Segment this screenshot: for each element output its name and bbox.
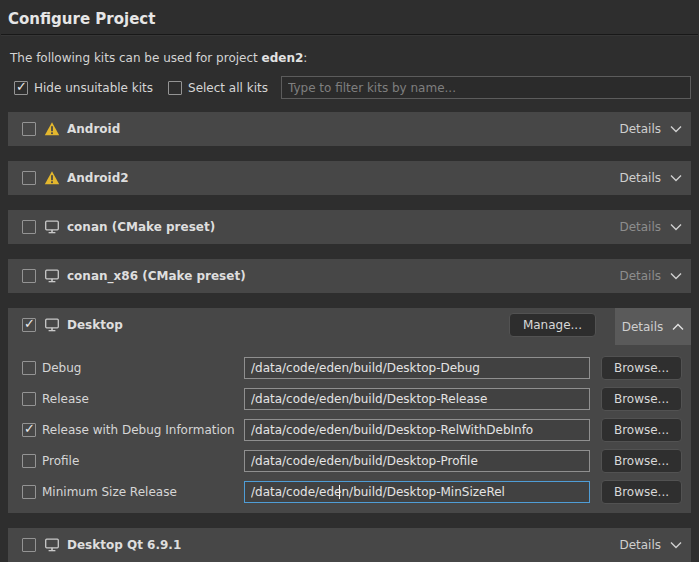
build-config-row-debug: Debug Browse...: [22, 357, 682, 379]
browse-button[interactable]: Browse...: [601, 356, 682, 380]
filter-bar: Hide unsuitable kits Select all kits: [0, 65, 699, 99]
intro-suffix: :: [303, 51, 307, 65]
details-button[interactable]: Details: [619, 269, 682, 283]
build-config-checkbox[interactable]: [22, 392, 36, 406]
build-config-label[interactable]: Minimum Size Release: [42, 485, 230, 499]
build-config-label[interactable]: Profile: [42, 454, 230, 468]
kit-name: Android2: [67, 171, 619, 185]
chevron-down-icon: [670, 174, 682, 182]
chevron-down-icon: [670, 272, 682, 280]
kit-row-desktop-qt-691: Desktop Qt 6.9.1 Details: [8, 528, 691, 562]
details-label: Details: [619, 122, 661, 136]
kit-header: Android Details: [8, 112, 691, 146]
warning-icon: [44, 170, 60, 186]
desktop-icon: [44, 537, 60, 553]
build-config-row-release: Release Browse...: [22, 388, 682, 410]
build-path-wrap: [244, 481, 590, 503]
details-label: Details: [619, 538, 661, 552]
details-button[interactable]: Details: [619, 538, 682, 552]
warning-icon: [44, 121, 60, 137]
browse-button[interactable]: Browse...: [601, 449, 682, 473]
build-path-input-focused[interactable]: [244, 481, 590, 503]
manage-button[interactable]: Manage...: [509, 313, 596, 337]
hide-unsuitable-kits-group[interactable]: Hide unsuitable kits: [14, 81, 153, 95]
build-path-wrap: [244, 450, 590, 472]
kit-row-android: Android Details: [8, 112, 691, 146]
chevron-up-icon: [672, 323, 684, 331]
browse-button[interactable]: Browse...: [601, 387, 682, 411]
build-config-checkbox[interactable]: [22, 423, 36, 437]
build-config-row-minsizerel: Minimum Size Release Browse...: [22, 481, 682, 503]
intro-prefix: The following kits can be used for proje…: [10, 51, 262, 65]
details-button[interactable]: Details: [619, 171, 682, 185]
build-config-list: Debug Browse... Release Browse...: [8, 342, 691, 503]
kit-name: Android: [67, 122, 619, 136]
kit-header: Android2 Details: [8, 161, 691, 195]
kit-header: Desktop Qt 6.9.1 Details: [8, 528, 691, 562]
kit-checkbox[interactable]: [22, 538, 36, 552]
build-path-wrap: [244, 388, 590, 410]
kit-name: conan_x86 (CMake preset): [67, 269, 619, 283]
build-path-input[interactable]: [244, 450, 590, 472]
details-label: Details: [619, 171, 661, 185]
page-title: Configure Project: [0, 0, 699, 34]
details-label: Details: [619, 269, 661, 283]
kit-name: Desktop Qt 6.9.1: [67, 538, 619, 552]
kit-name: conan (CMake preset): [67, 220, 619, 234]
browse-button[interactable]: Browse...: [601, 480, 682, 504]
build-config-label[interactable]: Debug: [42, 361, 230, 375]
details-button[interactable]: Details: [619, 122, 682, 136]
desktop-icon: [44, 317, 60, 333]
kit-checkbox[interactable]: [22, 122, 36, 136]
build-config-checkbox[interactable]: [22, 454, 36, 468]
intro-text: The following kits can be used for proje…: [0, 35, 699, 65]
build-path-wrap: [244, 357, 590, 379]
kit-header: Desktop Manage...: [8, 308, 691, 342]
details-button-expanded[interactable]: Details: [615, 308, 691, 345]
details-label: Details: [619, 220, 661, 234]
desktop-icon: [44, 268, 60, 284]
kit-checkbox[interactable]: [22, 171, 36, 185]
kit-row-android2: Android2 Details: [8, 161, 691, 195]
configure-project-page: Configure Project The following kits can…: [0, 0, 699, 562]
kit-filter-input[interactable]: [281, 76, 691, 99]
desktop-icon: [44, 219, 60, 235]
build-path-input[interactable]: [244, 357, 590, 379]
chevron-down-icon: [670, 125, 682, 133]
build-config-row-relwithdebinfo: Release with Debug Information Browse...: [22, 419, 682, 441]
details-button[interactable]: Details: [622, 320, 685, 334]
kit-header: conan (CMake preset) Details: [8, 210, 691, 244]
details-button[interactable]: Details: [619, 220, 682, 234]
select-all-kits-checkbox[interactable]: [168, 81, 182, 95]
select-all-kits-group[interactable]: Select all kits: [168, 81, 268, 95]
browse-button[interactable]: Browse...: [601, 418, 682, 442]
build-path-wrap: [244, 419, 590, 441]
build-path-input[interactable]: [244, 419, 590, 441]
kit-checkbox[interactable]: [22, 318, 36, 332]
build-config-checkbox[interactable]: [22, 485, 36, 499]
chevron-down-icon: [670, 223, 682, 231]
chevron-down-icon: [670, 541, 682, 549]
kit-header: conan_x86 (CMake preset) Details: [8, 259, 691, 293]
hide-unsuitable-kits-checkbox[interactable]: [14, 81, 28, 95]
build-path-input[interactable]: [244, 388, 590, 410]
project-name: eden2: [262, 51, 304, 65]
kit-checkbox[interactable]: [22, 220, 36, 234]
build-config-checkbox[interactable]: [22, 361, 36, 375]
kit-row-conan: conan (CMake preset) Details: [8, 210, 691, 244]
kit-name: Desktop: [67, 318, 509, 332]
kit-checkbox[interactable]: [22, 269, 36, 283]
build-config-label[interactable]: Release: [42, 392, 230, 406]
kit-list: Android Details Android2 Details: [8, 112, 691, 562]
details-label: Details: [622, 320, 664, 334]
build-config-row-profile: Profile Browse...: [22, 450, 682, 472]
build-config-label[interactable]: Release with Debug Information: [42, 423, 230, 437]
select-all-kits-label[interactable]: Select all kits: [188, 81, 268, 95]
kit-row-conan-x86: conan_x86 (CMake preset) Details: [8, 259, 691, 293]
kit-row-desktop: Details Desktop Manage... Debug Browse..…: [8, 308, 691, 513]
text-caret: [339, 485, 340, 499]
hide-unsuitable-kits-label[interactable]: Hide unsuitable kits: [34, 81, 153, 95]
